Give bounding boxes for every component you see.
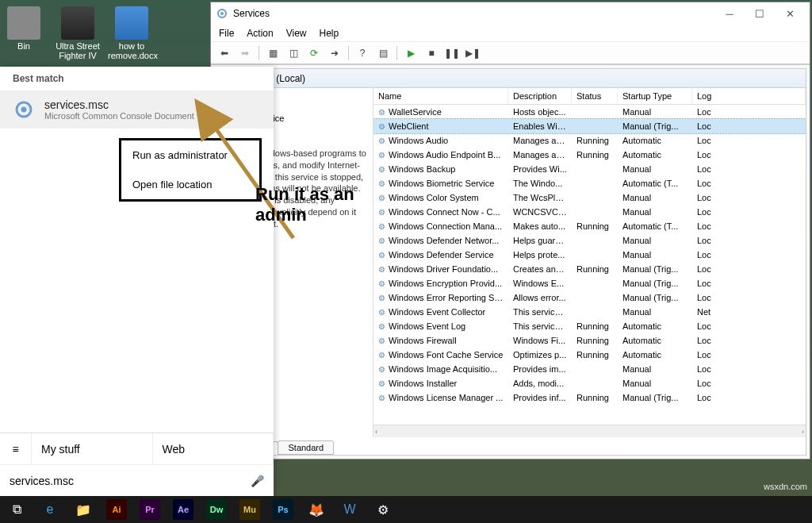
premiere-icon[interactable]: Pr <box>133 496 167 523</box>
dreamweaver-icon[interactable]: Dw <box>200 496 233 523</box>
col-logon[interactable]: Log <box>692 88 806 104</box>
desktop-icon-game[interactable]: Ultra Street Fighter IV <box>54 6 102 60</box>
table-row[interactable]: Windows Defender ServiceHelps prote...Ma… <box>373 248 806 262</box>
services-icon <box>216 7 228 20</box>
menu-help[interactable]: Help <box>320 28 339 39</box>
menubar: File Action View Help <box>211 25 810 42</box>
explorer-icon[interactable]: 📁 <box>67 496 100 523</box>
restart-button[interactable]: ▶❚ <box>464 44 481 62</box>
table-row[interactable]: WebClientEnables Win...Manual (Trig...Lo… <box>373 119 806 133</box>
col-status[interactable]: Status <box>572 88 618 104</box>
word-icon[interactable]: W <box>333 496 366 523</box>
firefox-icon[interactable]: 🦊 <box>300 496 333 523</box>
menu-action[interactable]: Action <box>247 28 273 39</box>
edge-icon[interactable]: e <box>33 496 67 523</box>
svg-point-4 <box>21 107 27 113</box>
close-button[interactable]: ✕ <box>775 8 805 20</box>
table-row[interactable]: Windows Biometric ServiceThe Windo...Aut… <box>373 176 806 190</box>
col-startup[interactable]: Startup Type <box>618 88 692 104</box>
result-title: services.msc <box>44 98 194 111</box>
settings-icon[interactable]: ⚙ <box>366 496 400 523</box>
table-row[interactable]: Windows Encryption Provid...Windows E...… <box>373 276 806 290</box>
col-name[interactable]: Name <box>373 88 508 104</box>
table-row[interactable]: Windows Error Reporting Se...Allows erro… <box>373 290 806 305</box>
desktop-icon-bin[interactable]: Bin <box>0 6 48 60</box>
hamburger-button[interactable]: ≡ <box>0 433 32 464</box>
table-row[interactable]: Windows Event LogThis service ...Running… <box>373 319 806 333</box>
watermark: wsxdn.com <box>764 482 807 491</box>
minimize-button[interactable]: ─ <box>714 8 745 20</box>
result-subtitle: Microsoft Common Console Document <box>44 111 194 121</box>
tool-icon[interactable]: ◫ <box>285 44 302 62</box>
desktop-icon-doc[interactable]: how to remove.docx <box>108 6 155 60</box>
icon-label: Ultra Street Fighter IV <box>54 41 102 60</box>
icon-label: how to remove.docx <box>108 41 155 60</box>
start-button[interactable]: ▶ <box>402 44 419 62</box>
taskview-button[interactable]: ⧉ <box>0 496 33 523</box>
taskbar: ⧉ e 📁 Ai Pr Ae Dw Mu Ps 🦊 W ⚙ <box>0 496 812 523</box>
stop-button[interactable]: ■ <box>423 44 440 62</box>
help-button[interactable]: ? <box>354 44 371 62</box>
annotation-text: Run it as an admin <box>255 184 354 226</box>
svg-point-1 <box>220 12 224 15</box>
table-row[interactable]: Windows Color SystemThe WcsPlu...ManualL… <box>373 190 806 205</box>
table-row[interactable]: Windows InstallerAdds, modi...ManualLoc <box>373 376 806 390</box>
table-row[interactable]: Windows Event CollectorThis service ...M… <box>373 305 806 319</box>
icon-label: Bin <box>0 41 48 51</box>
col-description[interactable]: Description <box>508 88 572 104</box>
muse-icon[interactable]: Mu <box>233 496 266 523</box>
forward-button[interactable]: ➡ <box>236 44 254 62</box>
horizontal-scrollbar[interactable]: ‹› <box>373 425 806 437</box>
window-title: Services <box>233 8 270 19</box>
table-row[interactable]: Windows AudioManages au...RunningAutomat… <box>373 133 806 148</box>
microphone-icon[interactable]: 🎤 <box>251 475 264 487</box>
refresh-button[interactable]: ⟳ <box>305 44 323 62</box>
table-row[interactable]: Windows Audio Endpoint B...Manages au...… <box>373 148 806 162</box>
back-button[interactable]: ⬅ <box>216 44 233 62</box>
menu-view[interactable]: View <box>286 28 307 39</box>
table-row[interactable]: Windows License Manager ...Provides inf.… <box>373 390 806 405</box>
table-row[interactable]: Windows BackupProvides Wi...ManualLoc <box>373 162 806 176</box>
tool-icon[interactable]: ▤ <box>374 44 392 62</box>
pause-button[interactable]: ❚❚ <box>443 44 461 62</box>
toolbar: ⬅ ➡ ▦ ◫ ⟳ ➜ ? ▤ ▶ ■ ❚❚ ▶❚ <box>211 42 810 64</box>
illustrator-icon[interactable]: Ai <box>100 496 133 523</box>
tab-web[interactable]: Web <box>153 433 274 464</box>
tool-icon[interactable]: ▦ <box>264 44 282 62</box>
export-button[interactable]: ➜ <box>326 44 343 62</box>
menu-file[interactable]: File <box>219 28 234 39</box>
titlebar[interactable]: Services ─ ☐ ✕ <box>211 2 810 25</box>
table-row[interactable]: Windows Font Cache ServiceOptimizes p...… <box>373 348 806 362</box>
table-row[interactable]: Windows Driver Foundatio...Creates and..… <box>373 262 806 276</box>
maximize-button[interactable]: ☐ <box>745 8 775 20</box>
gear-icon <box>13 98 35 121</box>
photoshop-icon[interactable]: Ps <box>266 496 300 523</box>
search-input[interactable] <box>10 475 251 487</box>
table-row[interactable]: WalletServiceHosts objec...ManualLoc <box>373 105 806 119</box>
table-row[interactable]: Windows Connect Now - C...WCNCSVC ...Man… <box>373 205 806 219</box>
services-table: Name Description Status Startup Type Log… <box>373 88 806 437</box>
aftereffects-icon[interactable]: Ae <box>167 496 200 523</box>
services-header: Services (Local) <box>215 69 806 88</box>
tab-my-stuff[interactable]: My stuff <box>32 433 153 464</box>
table-row[interactable]: Windows Defender Networ...Helps guard...… <box>373 233 806 248</box>
tab-standard[interactable]: Standard <box>278 440 334 455</box>
table-row[interactable]: Windows Connection Mana...Makes auto...R… <box>373 219 806 233</box>
table-row[interactable]: Windows Image Acquisitio...Provides im..… <box>373 362 806 376</box>
table-row[interactable]: Windows FirewallWindows Fi...RunningAuto… <box>373 333 806 348</box>
